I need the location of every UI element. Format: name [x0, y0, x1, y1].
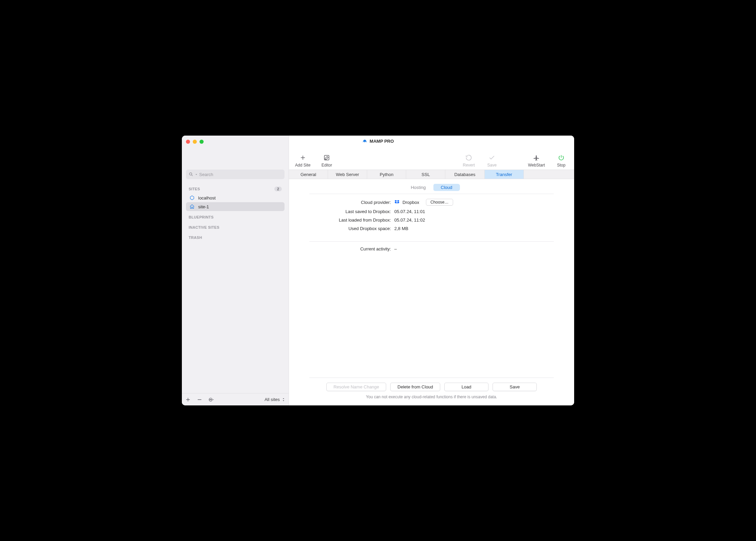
plus-icon: [299, 154, 307, 161]
editor-button[interactable]: Editor: [320, 154, 333, 168]
tab-databases[interactable]: Databases: [445, 170, 484, 179]
sidebar-section-trash[interactable]: TRASH: [186, 231, 285, 242]
svg-point-9: [211, 399, 211, 400]
sites-count-badge: 2: [274, 187, 282, 191]
used-space-label: Used Dropbox space:: [309, 226, 391, 231]
tab-ssl[interactable]: SSL: [406, 170, 445, 179]
subtab-hosting[interactable]: Hosting: [403, 184, 433, 191]
stop-label: Stop: [557, 163, 566, 168]
sidebar-item-site-1[interactable]: site-1: [186, 202, 285, 211]
save-toolbar-button: Save: [485, 154, 499, 168]
search-field[interactable]: [186, 170, 285, 179]
cloud-provider-label: Cloud provider:: [309, 200, 391, 205]
home-icon: [189, 204, 195, 209]
svg-point-8: [210, 399, 211, 400]
sidebar: SITES 2 localhost site-1 BLUEPRINTS INAC…: [182, 136, 289, 405]
load-button[interactable]: Load: [444, 383, 488, 391]
svg-line-1: [191, 175, 192, 176]
save-button[interactable]: Save: [493, 383, 537, 391]
chevron-down-icon: [195, 173, 198, 176]
sidebar-section-blueprints[interactable]: BLUEPRINTS: [186, 211, 285, 221]
current-activity-label: Current activity:: [309, 246, 391, 251]
add-icon[interactable]: [185, 397, 191, 402]
tab-transfer[interactable]: Transfer: [485, 170, 524, 179]
remove-icon[interactable]: [197, 397, 202, 402]
power-icon: [557, 154, 565, 161]
sidebar-item-label: localhost: [198, 195, 216, 200]
dropbox-icon: [394, 199, 400, 205]
delete-from-cloud-button[interactable]: Delete from Cloud: [390, 383, 440, 391]
site-filter-label: All sites: [264, 397, 280, 402]
choose-provider-button[interactable]: Choose…: [426, 199, 453, 206]
editor-icon: [323, 154, 330, 161]
current-activity-value: –: [394, 246, 554, 251]
last-saved-value: 05.07.24, 11:01: [394, 209, 554, 214]
hexagon-icon: [189, 195, 195, 200]
sidebar-section-sites[interactable]: SITES 2: [186, 185, 285, 193]
subtab-cloud[interactable]: Cloud: [433, 184, 460, 191]
webstart-label: WebStart: [528, 163, 545, 168]
add-site-label: Add Site: [295, 163, 310, 168]
tab-python[interactable]: Python: [367, 170, 406, 179]
app-title: MAMP PRO: [182, 138, 574, 144]
resolve-name-change-button: Resolve Name Change: [326, 383, 386, 391]
airplane-icon: [533, 154, 540, 161]
more-icon[interactable]: [208, 397, 215, 402]
add-site-button[interactable]: Add Site: [295, 154, 310, 168]
svg-point-7: [210, 399, 210, 400]
search-input[interactable]: [199, 172, 282, 177]
revert-label: Revert: [463, 163, 475, 168]
svg-point-0: [189, 173, 192, 175]
last-loaded-label: Last loaded from Dropbox:: [309, 217, 391, 223]
main-panel: Add Site Editor Revert Save: [289, 136, 574, 405]
sidebar-section-inactive-sites[interactable]: INACTIVE SITES: [186, 221, 285, 231]
tab-general[interactable]: General: [289, 170, 328, 179]
site-filter-select[interactable]: All sites: [264, 397, 285, 402]
mamp-logo-icon: [362, 138, 367, 144]
tab-bar: General Web Server Python SSL Databases …: [289, 170, 574, 179]
footnote-text: You can not execute any cloud-related fu…: [309, 395, 554, 399]
subtab-bar: Hosting Cloud: [289, 179, 574, 194]
revert-button: Revert: [462, 154, 476, 168]
save-toolbar-label: Save: [487, 163, 497, 168]
stop-button[interactable]: Stop: [554, 154, 568, 168]
editor-label: Editor: [322, 163, 332, 168]
sidebar-item-localhost[interactable]: localhost: [186, 193, 285, 202]
last-saved-label: Last saved to Dropbox:: [309, 209, 391, 214]
tab-spacer: [524, 170, 574, 179]
svg-marker-2: [190, 196, 194, 200]
used-space-value: 2,8 MB: [394, 226, 554, 231]
updown-icon: [282, 397, 285, 402]
checkmark-icon: [488, 154, 496, 161]
sidebar-item-label: site-1: [198, 204, 209, 209]
search-icon: [189, 172, 193, 177]
sidebar-section-label: SITES: [189, 187, 200, 191]
webstart-button[interactable]: WebStart: [528, 154, 545, 168]
last-loaded-value: 05.07.24, 11:02: [394, 217, 554, 223]
app-title-text: MAMP PRO: [370, 139, 394, 144]
revert-icon: [465, 154, 472, 161]
cloud-provider-value: Dropbox: [402, 200, 419, 205]
tab-web-server[interactable]: Web Server: [328, 170, 367, 179]
